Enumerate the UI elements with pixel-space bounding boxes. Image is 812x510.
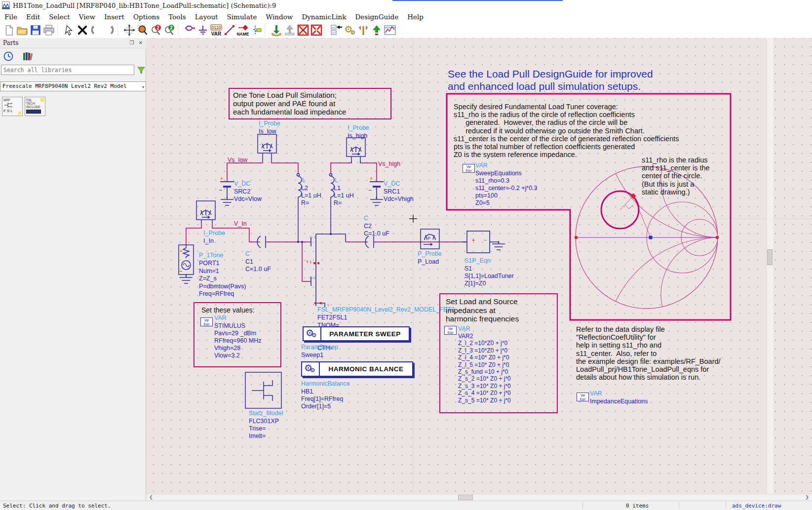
l1-type[interactable]: L xyxy=(335,177,338,184)
i-in-name[interactable]: I_In xyxy=(203,237,214,245)
src1-type[interactable]: V_DC xyxy=(384,180,400,188)
wire-label-vs-low[interactable]: Vs_low xyxy=(228,157,247,164)
p1tone-port-symbol[interactable]: + − xyxy=(179,245,193,277)
menu-help[interactable]: Help xyxy=(403,12,428,22)
menu-simulate[interactable]: Simulate xyxy=(223,12,262,22)
l2-type[interactable]: L xyxy=(302,177,306,184)
set-load-title[interactable]: Set Load and Source impedances at harmon… xyxy=(446,297,519,323)
src2-type[interactable]: V_DC xyxy=(234,180,250,188)
redo-icon[interactable] xyxy=(102,24,116,37)
vertical-scrollbar[interactable] xyxy=(766,38,773,494)
menu-insert[interactable]: Insert xyxy=(100,12,129,22)
deactivate-component-icon[interactable] xyxy=(296,24,309,37)
hierarchy-view-icon[interactable] xyxy=(330,24,343,37)
port1-params[interactable]: PORT1 Num=1 Z=Z_s P=dbmtow(Pavs) Freq=RF… xyxy=(199,260,246,298)
push-into-hierarchy-icon[interactable] xyxy=(270,24,283,37)
src1-params[interactable]: SRC1 Vdc=Vhigh xyxy=(384,188,414,203)
impedance-eqns-params[interactable]: ImpedanceEquations xyxy=(590,398,648,405)
is-low-type[interactable]: I_Probe xyxy=(259,120,280,127)
tune-parameters-icon[interactable] xyxy=(356,24,370,37)
param-sweep-type[interactable]: ParamSweep xyxy=(301,344,338,351)
var2-type[interactable]: VAR xyxy=(458,325,470,333)
insert-ground-icon[interactable] xyxy=(196,24,209,37)
insert-wire-icon[interactable] xyxy=(223,24,236,37)
menu-file[interactable]: File xyxy=(0,12,22,22)
c1-type[interactable]: C xyxy=(245,250,250,258)
sweep-var-type[interactable]: VAR xyxy=(475,162,488,169)
fet-type[interactable]: FSL_MRF8P9040N_Level2_Rev2_MODEL_FET2 xyxy=(317,306,455,314)
var2-params[interactable]: VAR2 Z_l_2 =10*Z0 + j*0 Z_l_3 =10*Z0 + j… xyxy=(458,333,511,404)
save-icon[interactable] xyxy=(29,24,42,37)
menu-tools[interactable]: Tools xyxy=(164,12,190,22)
statz-type[interactable]: Statz_Model xyxy=(249,410,283,417)
refer-note[interactable]: Refer to the data display file "Reflecti… xyxy=(576,325,721,381)
wire-label-v-in[interactable]: V_In xyxy=(234,220,247,228)
zoom-in-icon[interactable]: 2 xyxy=(149,24,162,37)
insert-name-icon[interactable]: NAME xyxy=(236,24,249,37)
menu-select[interactable]: Select xyxy=(44,12,75,22)
zoom-area-icon[interactable] xyxy=(136,24,149,37)
panel-float-icon[interactable]: ❐ xyxy=(128,39,135,46)
power-probe-symbol[interactable]: P xyxy=(421,229,439,249)
hb-params[interactable]: HB1 Freq[1]=RFfreq Order[1]=5 xyxy=(301,388,343,410)
undo-icon[interactable] xyxy=(89,24,102,37)
move-component-icon[interactable] xyxy=(122,24,136,37)
var-eqn-icon[interactable]: Var Eqn xyxy=(577,392,589,401)
p-probe-name[interactable]: P_Load xyxy=(418,258,439,266)
is-low-name[interactable]: Is_low xyxy=(259,128,276,135)
harmonic-balance-block[interactable]: ⚙⚙ HARMONIC BALANCE xyxy=(301,361,413,377)
print-icon[interactable] xyxy=(42,24,55,37)
var-eqn-icon[interactable]: Var Eqn xyxy=(444,326,457,335)
library-select[interactable]: Freescale MRF8P9040N Level2 Rev2 Model xyxy=(0,81,146,91)
sweep-var-params[interactable]: SweepEquations s11_rho=0.3 s11_center=-0… xyxy=(475,170,538,207)
data-display-icon[interactable] xyxy=(383,24,396,37)
insert-pin-label-icon[interactable] xyxy=(249,24,263,37)
hb-type[interactable]: HarmonicBalance xyxy=(301,380,350,388)
panel-close-icon[interactable]: ✕ xyxy=(137,39,144,46)
port1-type[interactable]: P_1Tone xyxy=(199,252,223,259)
stimulus-type[interactable]: VAR xyxy=(214,314,227,322)
p-probe-type[interactable]: P_Probe xyxy=(418,250,442,258)
wire-label-vs-high[interactable]: Vs_high xyxy=(378,160,400,168)
recent-parts-icon[interactable] xyxy=(3,51,14,62)
l2-params[interactable]: L2 L=1 uH R= xyxy=(301,185,321,207)
is-high-name[interactable]: Is_high xyxy=(348,132,367,140)
s1p-type[interactable]: S1P_Eqn xyxy=(464,257,491,265)
smith-note[interactable]: s11_rho is the radius and s11_center is … xyxy=(642,156,710,196)
ground-symbol[interactable] xyxy=(180,275,193,283)
part-button-fsl-tech-include[interactable]: FSL TECH INCLUDE xyxy=(25,97,45,116)
menu-options[interactable]: Options xyxy=(129,12,164,22)
var-eqn-icon[interactable]: Var Eqn xyxy=(463,164,475,173)
menu-dynamiclink[interactable]: DynamicLink xyxy=(297,12,350,22)
c1-params[interactable]: C1 C=1.0 uF xyxy=(245,258,271,273)
part-button-mrf-fsl[interactable]: MRF FSL xyxy=(2,97,23,116)
c2-type[interactable]: C xyxy=(364,215,368,222)
library-browser-icon[interactable] xyxy=(22,51,34,62)
scroll-left-icon[interactable]: ❮ xyxy=(147,494,155,501)
select-pointer-icon[interactable] xyxy=(62,24,76,37)
c2-params[interactable]: C2 C=1.0 uF xyxy=(364,223,389,237)
insert-port-icon[interactable] xyxy=(183,24,196,37)
s1p-params[interactable]: S1 S[1,1]=LoadTuner Z[1]=Z0 xyxy=(464,265,514,287)
specify-note[interactable]: Specify desired Fundamental Load Tuner c… xyxy=(454,103,679,158)
var-eqn-icon[interactable]: Var Eqn xyxy=(200,317,213,326)
schematic-canvas[interactable]: P + − + − xyxy=(146,38,812,494)
horizontal-scrollbar[interactable]: ❮ ❯ xyxy=(146,494,812,501)
stimulus-params[interactable]: STIMULUS Pavs=29 _dBm RFfreq=960 MHz Vhi… xyxy=(214,322,262,359)
zoom-out-icon[interactable]: 2 xyxy=(162,24,176,37)
i-in-type[interactable]: I_Probe xyxy=(203,230,225,237)
open-folder-icon[interactable] xyxy=(15,24,29,37)
pop-out-hierarchy-icon[interactable] xyxy=(283,24,296,37)
scroll-right-icon[interactable]: ❯ xyxy=(803,494,811,501)
insert-var-icon[interactable]: 0110VAR xyxy=(209,24,223,37)
set-values-title[interactable]: Set these values: xyxy=(201,306,254,314)
deactivate-crossed-icon[interactable] xyxy=(309,24,323,37)
menu-designguide[interactable]: DesignGuide xyxy=(350,12,403,22)
filter-icon[interactable] xyxy=(137,66,145,74)
statz-params[interactable]: FLC301XP Trise= Imelt= xyxy=(249,418,279,440)
search-input[interactable] xyxy=(1,65,134,75)
optimize-icon[interactable] xyxy=(370,24,383,37)
designguide-note[interactable]: See the Load Pull DesignGuide for improv… xyxy=(448,68,653,92)
l1-params[interactable]: L1 L=1 uH R= xyxy=(334,185,354,207)
simulate-gear-icon[interactable]: ⚙⚙ xyxy=(343,24,356,37)
